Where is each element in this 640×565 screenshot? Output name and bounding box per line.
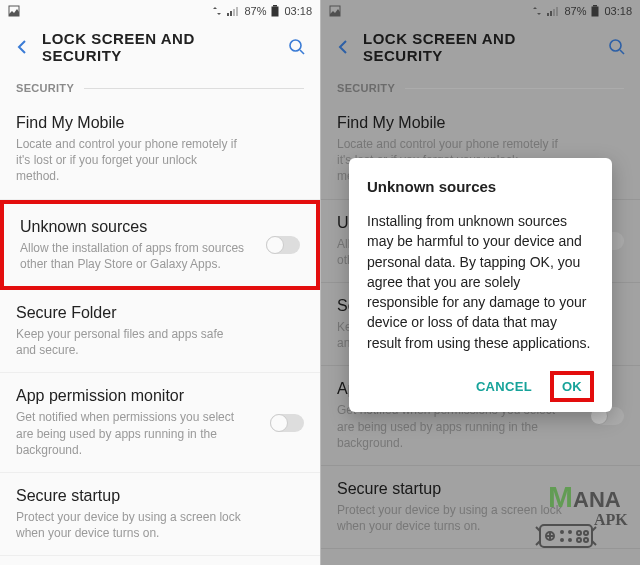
item-title: Find My Mobile [16,114,304,132]
item-desc: Allow the installation of apps from sour… [20,240,245,272]
svg-rect-6 [272,7,279,17]
watermark: MANA APK [526,481,636,553]
item-desc: Locate and control your phone remotely i… [16,136,241,185]
battery-percent: 87% [244,5,266,17]
item-find-my-mobile[interactable]: Find My Mobile Locate and control your p… [0,100,320,200]
item-desc: Protect your device by using a screen lo… [16,509,241,541]
item-title: Secure startup [16,487,304,505]
cancel-button[interactable]: CANCEL [466,371,542,402]
svg-point-7 [290,40,301,51]
toggle-unknown-sources[interactable] [266,236,300,254]
signal-icon [227,6,239,16]
svg-rect-5 [273,5,277,7]
search-icon[interactable] [288,38,306,56]
ok-button[interactable]: OK [550,371,594,402]
item-title: App permission monitor [16,387,304,405]
dialog-body: Installing from unknown sources may be h… [367,211,594,353]
battery-icon [271,5,279,17]
dialog-title: Unknown sources [367,178,594,195]
item-encrypt-sd[interactable]: Encrypt SD card No SD card inserted [0,556,320,565]
svg-rect-3 [233,9,235,16]
svg-rect-1 [227,13,229,16]
svg-text:MANA: MANA [548,481,621,513]
svg-point-30 [561,539,563,541]
phone-right: 87% 03:18 LOCK SCREEN AND SECURITY SECUR… [320,0,640,565]
item-desc: Get notified when permissions you select… [16,409,241,458]
svg-text:APK: APK [594,511,628,528]
dialog-unknown-sources: Unknown sources Installing from unknown … [349,158,612,412]
item-app-permission-monitor[interactable]: App permission monitor Get notified when… [0,373,320,473]
svg-point-35 [584,538,588,542]
svg-point-32 [577,531,581,535]
item-desc: Keep your personal files and apps safe a… [16,326,241,358]
app-header: LOCK SCREEN AND SECURITY [0,22,320,76]
svg-point-33 [584,531,588,535]
item-secure-startup[interactable]: Secure startup Protect your device by us… [0,473,320,556]
back-icon[interactable] [14,39,30,55]
item-unknown-sources[interactable]: Unknown sources Allow the installation o… [0,200,320,290]
statusbar: 87% 03:18 [0,0,320,22]
item-secure-folder[interactable]: Secure Folder Keep your personal files a… [0,290,320,373]
picture-icon [8,5,20,17]
svg-point-29 [569,531,571,533]
dialog-actions: CANCEL OK [367,371,594,402]
data-icon [212,6,222,16]
svg-rect-2 [230,11,232,16]
svg-point-34 [577,538,581,542]
phone-left: 87% 03:18 LOCK SCREEN AND SECURITY SECUR… [0,0,320,565]
svg-point-31 [569,539,571,541]
svg-point-28 [561,531,563,533]
svg-line-8 [300,50,304,54]
item-title: Secure Folder [16,304,304,322]
page-title: LOCK SCREEN AND SECURITY [42,30,276,64]
toggle-app-perm[interactable] [270,414,304,432]
item-title: Unknown sources [20,218,300,236]
section-label: SECURITY [0,76,320,100]
svg-rect-4 [236,7,238,16]
clock: 03:18 [284,5,312,17]
